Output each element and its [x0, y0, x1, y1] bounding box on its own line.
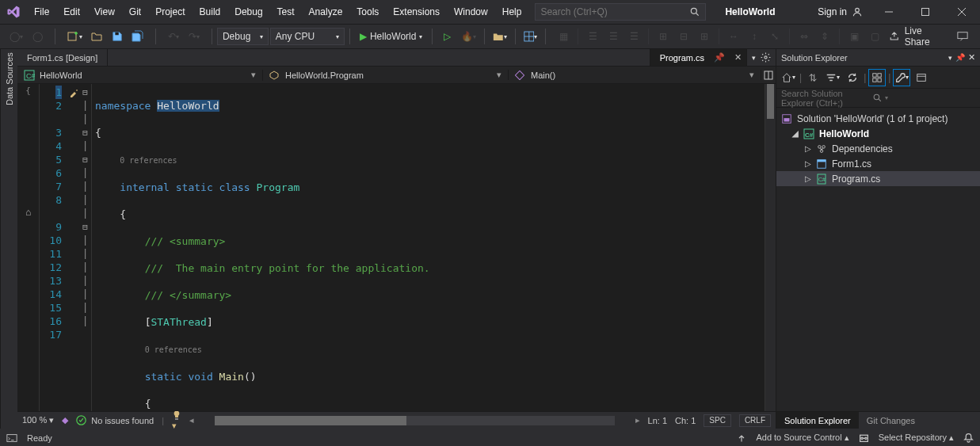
menu-edit[interactable]: Edit — [56, 0, 87, 24]
title-search-input[interactable] — [540, 6, 689, 17]
hspace-button[interactable]: ⇔ — [795, 27, 814, 46]
code-editor[interactable]: { ⌂ 1 2 3 4 5 6 7 8 9 10 11 12 13 14 15 — [17, 84, 776, 411]
align-bot-button[interactable]: ⊞ — [695, 27, 714, 46]
line-ending[interactable]: CRLF — [739, 414, 771, 427]
output-icon[interactable] — [6, 433, 17, 444]
tab-overflow-button[interactable]: ▾ — [752, 54, 756, 62]
live-share-button[interactable]: Live Share — [889, 25, 948, 48]
bring-front-button[interactable]: ▣ — [845, 27, 864, 46]
outlining-margin[interactable]: ⊟││⊟│⊟││││ ⊟│││││││ — [79, 84, 92, 411]
save-all-button[interactable] — [128, 27, 147, 46]
error-list-summary[interactable]: No issues found — [76, 415, 154, 425]
pending-changes-filter-button[interactable]: ▾ — [824, 69, 841, 86]
chevron-down-icon[interactable]: ◢ — [791, 129, 800, 139]
undo-button[interactable]: ↶▾ — [164, 27, 183, 46]
hot-reload-button[interactable]: 🔥▾ — [458, 27, 479, 46]
align-top-button[interactable]: ⊞ — [654, 27, 673, 46]
nav-project-dropdown[interactable]: C# HelloWorld ▾ — [17, 70, 263, 81]
repo-icon[interactable] — [859, 433, 869, 443]
vspace-button[interactable]: ⇕ — [815, 27, 834, 46]
solution-explorer-search[interactable]: Search Solution Explorer (Ctrl+;) ▾ — [776, 89, 980, 108]
horizontal-scrollbar[interactable] — [215, 416, 615, 425]
menu-view[interactable]: View — [87, 0, 122, 24]
close-icon[interactable]: ✕ — [734, 52, 742, 63]
new-project-button[interactable]: ▾ — [63, 27, 86, 46]
zoom-level[interactable]: 100 % ▾ — [22, 415, 54, 425]
nav-back-button[interactable]: ◯▾ — [6, 27, 26, 46]
tab-git-changes[interactable]: Git Changes — [859, 412, 923, 429]
nav-fwd-button[interactable]: ◯ — [28, 27, 47, 46]
config-dropdown[interactable]: Debug▾ — [217, 28, 269, 45]
tab-program-cs[interactable]: Program.cs 📌 ✕ — [650, 49, 746, 66]
start-nodebug-button[interactable]: ▷ — [437, 27, 456, 46]
window-close[interactable] — [944, 0, 980, 24]
switch-views-button[interactable] — [804, 69, 822, 86]
pin-icon[interactable]: 📌 — [955, 53, 965, 62]
save-button[interactable] — [108, 27, 127, 46]
tab-settings-icon[interactable] — [761, 52, 771, 63]
open-file-button[interactable] — [87, 27, 106, 46]
pin-icon[interactable]: 📌 — [714, 52, 725, 63]
window-maximize[interactable] — [907, 0, 944, 24]
chevron-right-icon[interactable]: ▷ — [803, 159, 813, 169]
tree-form1-node[interactable]: ▷ Form1.cs — [776, 156, 980, 171]
menu-help[interactable]: Help — [495, 0, 529, 24]
show-all-files-button[interactable] — [868, 69, 886, 86]
platform-dropdown[interactable]: Any CPU▾ — [270, 28, 345, 45]
menu-analyze[interactable]: Analyze — [302, 0, 350, 24]
menu-build[interactable]: Build — [193, 0, 228, 24]
properties-button[interactable]: ▾ — [893, 69, 910, 86]
align-grid-button[interactable]: ▦ — [554, 27, 573, 46]
split-editor-button[interactable] — [761, 71, 776, 80]
code-text[interactable]: namespace HelloWorld { 0 references inte… — [92, 84, 776, 411]
publish-icon[interactable] — [737, 433, 746, 443]
menu-tools[interactable]: Tools — [349, 0, 386, 24]
layout-button[interactable]: ▾ — [521, 27, 541, 46]
align-left-button[interactable]: ☰ — [583, 27, 602, 46]
menu-window[interactable]: Window — [447, 0, 495, 24]
start-debug-button[interactable]: ▶ HelloWorld ▾ — [355, 27, 427, 46]
add-source-control[interactable]: Add to Source Control ▴ — [756, 433, 848, 443]
size-v-button[interactable]: ↕ — [745, 27, 764, 46]
menu-file[interactable]: File — [27, 0, 56, 24]
send-back-button[interactable]: ▢ — [865, 27, 884, 46]
indent-mode[interactable]: SPC — [704, 414, 731, 427]
size-both-button[interactable]: ⤡ — [765, 27, 784, 46]
quick-actions-icon[interactable] — [68, 86, 79, 99]
align-mid-button[interactable]: ⊟ — [674, 27, 693, 46]
home-button[interactable]: ▾ — [780, 69, 797, 86]
vertical-scrollbar[interactable] — [765, 84, 776, 411]
close-icon[interactable]: ✕ — [968, 52, 975, 63]
tree-project-node[interactable]: ◢ C# HelloWorld — [776, 126, 980, 141]
tree-dependencies-node[interactable]: ▷ Dependencies — [776, 141, 980, 156]
window-position-button[interactable]: ▾ — [948, 54, 952, 62]
chevron-right-icon[interactable]: ▷ — [803, 144, 813, 154]
caret-line[interactable]: Ln: 1 — [648, 416, 667, 425]
browse-button[interactable]: ▾ — [490, 27, 510, 46]
tab-form1-design[interactable]: Form1.cs [Design] — [17, 49, 108, 66]
window-minimize[interactable] — [871, 0, 907, 24]
tree-program-node[interactable]: ▷ C# Program.cs — [776, 171, 980, 186]
align-right-button[interactable]: ☰ — [624, 27, 643, 46]
side-tab-data-sources[interactable]: Data Sources — [0, 49, 17, 429]
nav-class-dropdown[interactable]: HelloWorld.Program ▾ — [263, 70, 509, 80]
sign-in[interactable]: Sign in — [810, 0, 871, 24]
nav-member-dropdown[interactable]: Main() ▾ — [509, 70, 761, 80]
preview-button[interactable] — [913, 69, 930, 86]
menu-project[interactable]: Project — [148, 0, 192, 24]
title-search[interactable] — [535, 3, 706, 21]
menu-extensions[interactable]: Extensions — [386, 0, 447, 24]
sync-button[interactable] — [844, 69, 861, 86]
menu-git[interactable]: Git — [122, 0, 148, 24]
menu-debug[interactable]: Debug — [227, 0, 269, 24]
tree-solution-node[interactable]: Solution 'HelloWorld' (1 of 1 project) — [776, 111, 980, 126]
select-repository[interactable]: Select Repository ▴ — [879, 433, 954, 443]
notifications-icon[interactable] — [963, 433, 974, 443]
tab-solution-explorer[interactable]: Solution Explorer — [776, 412, 859, 429]
align-center-button[interactable]: ☰ — [604, 27, 623, 46]
redo-button[interactable]: ↷▾ — [185, 27, 204, 46]
solution-tree[interactable]: Solution 'HelloWorld' (1 of 1 project) ◢… — [776, 108, 980, 411]
menu-test[interactable]: Test — [270, 0, 302, 24]
lightbulb-icon[interactable]: ▾ — [172, 410, 181, 431]
size-h-button[interactable]: ↔ — [724, 27, 743, 46]
